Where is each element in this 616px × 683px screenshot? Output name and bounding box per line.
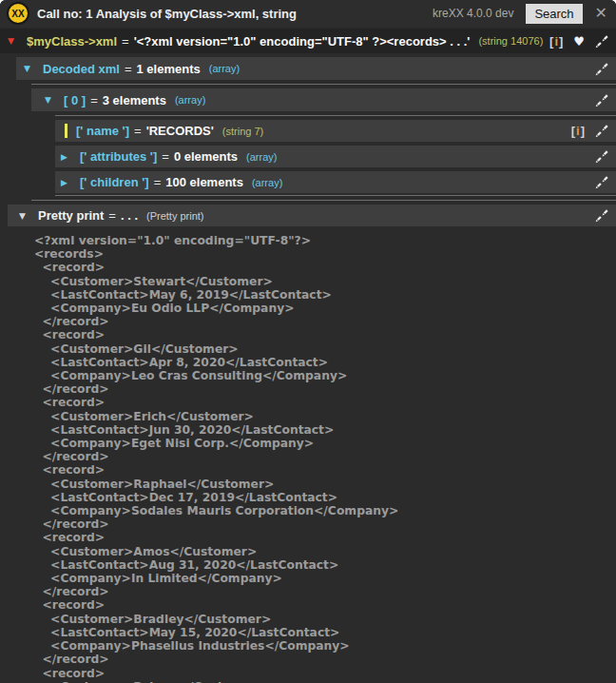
- index-0-row[interactable]: ▼ [ 0 ] = 3 elements (array): [31, 88, 616, 111]
- children-value: 100 elements: [165, 175, 243, 189]
- type-badge: (string 7): [222, 126, 263, 137]
- collapse-icon[interactable]: ▼: [24, 64, 36, 73]
- type-badge: (Pretty print): [146, 210, 204, 222]
- variable-value: '<?xml version="1.0" encoding="UTF-8" ?>…: [134, 34, 471, 49]
- krexx-logo-icon: XX: [9, 4, 28, 23]
- name-value: 'RECORDS': [146, 124, 214, 138]
- variable-name: $myClass->xml: [27, 34, 117, 49]
- generate-source-icon[interactable]: [595, 93, 609, 107]
- equals-sign: =: [154, 175, 162, 189]
- heart-icon[interactable]: ♥: [573, 34, 585, 49]
- search-button[interactable]: Search: [526, 4, 582, 24]
- attributes-value: 0 elements: [174, 149, 238, 164]
- pretty-print-value: . . .: [121, 208, 138, 223]
- attributes-key: [' attributes ']: [80, 149, 157, 164]
- equals-sign: =: [134, 124, 142, 138]
- type-badge: (array): [175, 94, 205, 106]
- decoded-xml-row[interactable]: ▼ Decoded xml = 1 elements (array): [16, 57, 616, 80]
- generate-source-icon[interactable]: [595, 175, 609, 189]
- expand-icon[interactable]: ▶: [61, 152, 73, 162]
- close-icon[interactable]: ✕: [595, 6, 607, 21]
- type-badge: (string 14076): [478, 35, 543, 47]
- generate-source-icon[interactable]: [595, 149, 609, 164]
- xml-pretty-print: <?xml version="1.0" encoding="UTF-8"?> <…: [34, 234, 616, 683]
- equals-sign: =: [108, 208, 116, 223]
- equals-sign: =: [90, 93, 98, 107]
- page-title: Call no: 1 Analysis of $myClass->xml, st…: [37, 7, 297, 21]
- string-marker-icon: [65, 124, 67, 138]
- generate-source-icon[interactable]: [595, 62, 609, 76]
- type-badge: (array): [246, 151, 277, 163]
- decoded-xml-value: 1 elements: [137, 62, 201, 76]
- version-label: kreXX 4.0.0 dev: [433, 7, 513, 20]
- equals-sign: =: [162, 149, 169, 164]
- children-row[interactable]: ▶ [' children '] = 100 elements (array): [55, 171, 616, 193]
- index-0-value: 3 elements: [103, 93, 166, 107]
- expand-icon[interactable]: ▶: [61, 178, 73, 187]
- collapse-icon[interactable]: ▼: [45, 95, 57, 105]
- name-row[interactable]: [' name '] = 'RECORDS' (string 7) [i]: [55, 120, 616, 142]
- collapse-icon[interactable]: ▼: [19, 211, 31, 221]
- pretty-print-row[interactable]: ▼ Pretty print = . . . (Pretty print): [8, 205, 616, 226]
- variable-row[interactable]: ▼ $myClass->xml = '<?xml version="1.0" e…: [0, 29, 616, 53]
- index-0-label: [ 0 ]: [64, 93, 86, 107]
- name-key: [' name ']: [76, 124, 129, 138]
- decoded-xml-block: ▼ Decoded xml = 1 elements (array) ▼ [ 0…: [16, 57, 616, 201]
- children-key: [' children ']: [80, 175, 149, 189]
- equals-sign: =: [125, 62, 132, 76]
- attributes-row[interactable]: ▶ [' attributes '] = 0 elements (array): [55, 146, 616, 167]
- array-children-block: [' name '] = 'RECORDS' (string 7) [i] ▶ …: [55, 115, 616, 196]
- generate-source-icon[interactable]: [595, 208, 609, 223]
- equals-sign: =: [122, 34, 129, 49]
- type-badge: (array): [209, 63, 240, 74]
- array-children-block: ▼ [ 0 ] = 3 elements (array) [' name '] …: [31, 84, 616, 201]
- decoded-xml-label: Decoded xml: [43, 62, 120, 76]
- header-bar: XX Call no: 1 Analysis of $myClass->xml,…: [0, 0, 616, 27]
- generate-source-icon[interactable]: [595, 34, 609, 49]
- info-icon[interactable]: [i]: [571, 124, 585, 138]
- pretty-print-label: Pretty print: [38, 208, 104, 223]
- info-icon[interactable]: [i]: [549, 34, 563, 49]
- generate-source-icon[interactable]: [595, 124, 609, 138]
- krexx-window: XX Call no: 1 Analysis of $myClass->xml,…: [0, 0, 616, 683]
- collapse-icon[interactable]: ▼: [8, 36, 20, 46]
- type-badge: (array): [252, 177, 282, 188]
